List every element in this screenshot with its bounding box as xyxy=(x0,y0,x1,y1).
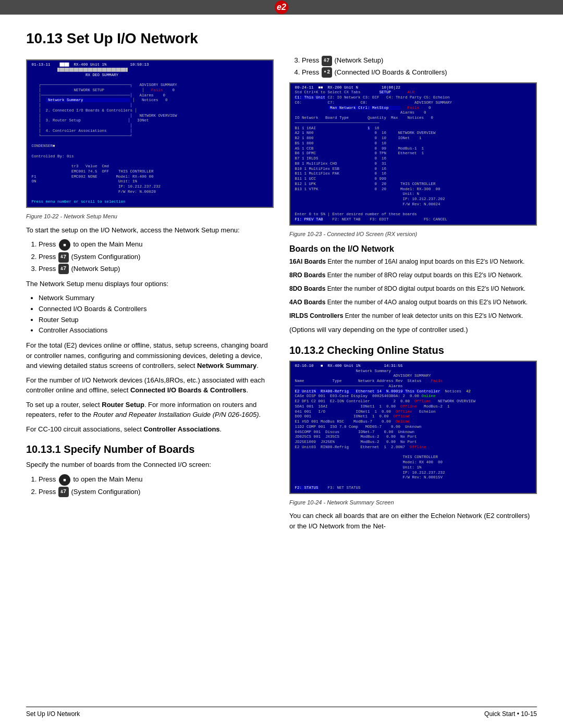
key-2-io: ⚬2 xyxy=(322,67,332,78)
section-1032-title: 10.13.2 Checking Online Status xyxy=(289,344,537,356)
section-1031-title: 10.13.1 Specify Number of Boards xyxy=(26,443,274,455)
menu-option-4: Controller Associations xyxy=(39,325,274,336)
board-8ro: 8RO Boards Enter the number of 8RO relay… xyxy=(289,270,537,280)
right-steps-list: Press &7 (Network Setup) Press ⚬2 (Conne… xyxy=(302,55,537,78)
figure-22-screen: 01-13-11 ████ RX-400 Unit 1% 10:50:13 ██… xyxy=(26,59,274,208)
menu-key: ■ xyxy=(59,239,70,251)
connected-io-para: For the number of I/O Network devices (1… xyxy=(26,375,274,396)
right-step-3: Press &7 (Network Setup) xyxy=(302,55,537,66)
page-content: 10.13 Set Up I/O Network 01-13-11 ████ R… xyxy=(0,15,563,551)
key-7-sys2: &7 xyxy=(58,487,69,497)
boards-list: 16AI Boards Enter the number of 16AI ana… xyxy=(289,257,537,320)
router-para: To set up a router, select Router Setup.… xyxy=(26,400,274,420)
menu-option-3: Router Setup xyxy=(39,315,274,326)
key-7-sys: &7 xyxy=(58,252,69,263)
footer-right: Quick Start • 10-15 xyxy=(484,710,537,718)
page-footer: Set Up I/O Network Quick Start • 10-15 xyxy=(26,707,537,718)
figure-24-caption: Figure 10-24 - Network Summary Screen xyxy=(289,498,537,507)
board-4ao: 4AO Boards Enter the number of 4AO analo… xyxy=(289,298,537,307)
boards-step-2: Press &7 (System Configuration) xyxy=(39,487,274,498)
intro-para: To start the setup on the I/O Network, a… xyxy=(26,225,274,236)
step-3: Press &7 (Network Setup) xyxy=(39,264,274,275)
top-bar: e2 xyxy=(0,0,563,15)
network-summary-para: For the total (E2) devices online or off… xyxy=(26,340,274,371)
figure-24-screen: 02-16-10 ■ RX-400 Unit 1% 14:31:55 Netwo… xyxy=(289,361,537,494)
options-note: (Options will vary depending on the type… xyxy=(289,325,537,335)
figure-23-screen: 09-24-11 ■■ RX-200 Unit N 10|06|22 Std C… xyxy=(289,82,537,226)
after-steps-para: The Network Setup menu displays four opt… xyxy=(26,279,274,289)
board-16ai: 16AI Boards Enter the number of 16AI ana… xyxy=(289,257,537,266)
board-8do: 8DO Boards Enter the number of 8DO digit… xyxy=(289,284,537,293)
figure-23-caption: Figure 10-23 - Connected I/O Screen (RX … xyxy=(289,230,537,239)
key-7-net2: &7 xyxy=(322,56,332,66)
two-column-layout: 01-13-11 ████ RX-400 Unit 1% 10:50:13 ██… xyxy=(26,55,537,535)
right-step-4: Press ⚬2 (Connected I/O Boards & Control… xyxy=(302,67,537,78)
checking-online-para: You can check all boards that are on eit… xyxy=(289,511,537,531)
right-column: Press &7 (Network Setup) Press ⚬2 (Conne… xyxy=(289,55,537,535)
step-2: Press &7 (System Configuration) xyxy=(39,252,274,263)
footer-left: Set Up I/O Network xyxy=(26,710,80,718)
cc100-para: For CC-100 circuit associations, select … xyxy=(26,424,274,435)
step-1: Press ■ to open the Main Menu xyxy=(39,239,274,251)
setup-steps-list: Press ■ to open the Main Menu Press &7 (… xyxy=(39,239,274,275)
boards-step-1: Press ■ to open the Main Menu xyxy=(39,474,274,486)
menu-options-list: Network Summary Connected I/O Boards & C… xyxy=(39,293,274,336)
e2-logo: e2 xyxy=(275,1,288,14)
menu-key-2: ■ xyxy=(59,474,70,486)
section-1031-intro: Specify the number of boards from the Co… xyxy=(26,460,274,470)
left-column: 01-13-11 ████ RX-400 Unit 1% 10:50:13 ██… xyxy=(26,55,274,535)
menu-option-2: Connected I/O Boards & Controllers xyxy=(39,304,274,315)
page-title: 10.13 Set Up I/O Network xyxy=(26,30,537,47)
figure-22-caption: Figure 10-22 - Network Setup Menu xyxy=(26,212,274,221)
menu-option-1: Network Summary xyxy=(39,293,274,304)
boards-section-title: Boards on the I/O Network xyxy=(289,244,537,254)
board-irlds: IRLDS Controllers Enter the number of le… xyxy=(289,311,537,320)
key-7-net: &7 xyxy=(58,264,69,274)
boards-steps-list: Press ■ to open the Main Menu Press &7 (… xyxy=(39,474,274,498)
